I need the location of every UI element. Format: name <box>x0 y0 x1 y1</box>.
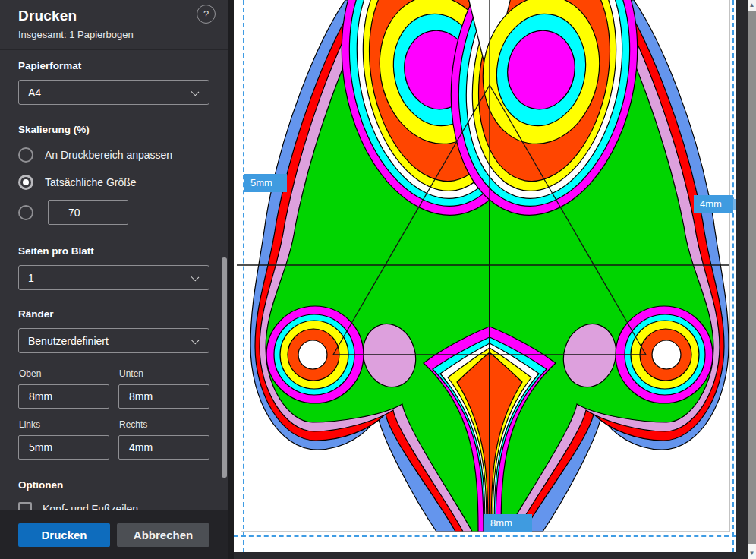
margin-left-label: Links <box>19 419 109 430</box>
radio-unselected-icon[interactable] <box>18 147 33 163</box>
margin-top-label: Oben <box>19 368 109 379</box>
radio-selected-icon[interactable] <box>18 175 33 190</box>
dialog-footer: Drucken Abbrechen <box>0 510 228 559</box>
print-button[interactable]: Drucken <box>18 523 110 547</box>
scaling-actual-option[interactable]: Tatsächliche Größe <box>18 175 209 190</box>
scaling-fit-label: An Druckbereich anpassen <box>45 149 172 161</box>
scaling-fit-option[interactable]: An Druckbereich anpassen <box>18 147 209 163</box>
chevron-down-icon <box>191 273 200 282</box>
scroll-up-icon[interactable]: ▲ <box>748 1 756 10</box>
help-icon[interactable]: ? <box>197 5 216 24</box>
scroll-down-icon[interactable]: ▼ <box>748 549 756 558</box>
bottom-margin-handle[interactable]: 8mm <box>484 514 532 532</box>
scaling-custom-input[interactable]: 70 <box>48 200 128 225</box>
preview-scrollbar[interactable]: ▲ ▼ <box>748 0 756 559</box>
paper-format-value: A4 <box>28 87 41 99</box>
margin-right-input[interactable]: 4mm <box>118 435 209 460</box>
dialog-title: Drucken <box>18 8 209 24</box>
sidebar-scrollbar-thumb[interactable] <box>222 257 227 478</box>
settings-form: Papierformat A4 Skalierung (%) An Druckb… <box>0 60 228 516</box>
margin-left-input[interactable]: 5mm <box>18 435 109 460</box>
pages-per-sheet-label: Seiten pro Blatt <box>18 245 209 257</box>
radio-unselected-icon[interactable] <box>18 205 33 220</box>
margin-bottom-input[interactable]: 8mm <box>118 384 209 409</box>
pages-per-sheet-value: 1 <box>28 272 34 284</box>
chevron-down-icon <box>191 88 200 96</box>
preview-scrollbar-thumb[interactable] <box>748 11 756 544</box>
chevron-down-icon <box>191 336 200 345</box>
margin-bottom-label: Unten <box>119 368 209 379</box>
print-preview-area: 5mm 4mm 8mm ▲ ▼ <box>234 0 756 559</box>
right-margin-handle[interactable]: 4mm <box>694 195 733 213</box>
sheet-count-label: Insgesamt: 1 Papierbogen <box>18 29 209 40</box>
print-dialog-window: Drucken Insgesamt: 1 Papierbogen ? Papie… <box>0 0 756 559</box>
scaling-label: Skalierung (%) <box>18 124 209 135</box>
paper-format-label: Papierformat <box>18 60 209 71</box>
margins-label: Ränder <box>18 308 209 320</box>
scaling-custom-option[interactable]: 70 <box>18 200 209 225</box>
panel-separator <box>228 0 234 559</box>
margins-value: Benutzerdefiniert <box>28 335 109 347</box>
margins-select[interactable]: Benutzerdefiniert <box>18 328 209 353</box>
paper-format-select[interactable]: A4 <box>18 80 209 105</box>
scaling-actual-label: Tatsächliche Größe <box>45 176 137 188</box>
cancel-button[interactable]: Abbrechen <box>117 523 209 547</box>
options-label: Optionen <box>18 479 209 491</box>
preview-paper-sheet: 5mm 4mm 8mm <box>234 0 736 552</box>
print-settings-panel: Drucken Insgesamt: 1 Papierbogen ? Papie… <box>0 0 228 559</box>
pages-per-sheet-select[interactable]: 1 <box>18 265 209 290</box>
margin-top-input[interactable]: 8mm <box>18 384 109 409</box>
contour-plot-image <box>234 0 736 552</box>
margin-right-label: Rechts <box>119 419 209 430</box>
left-margin-handle[interactable]: 5mm <box>244 174 287 192</box>
dialog-header: Drucken Insgesamt: 1 Papierbogen ? <box>0 0 228 50</box>
drag-handle-icon[interactable] <box>733 199 736 210</box>
